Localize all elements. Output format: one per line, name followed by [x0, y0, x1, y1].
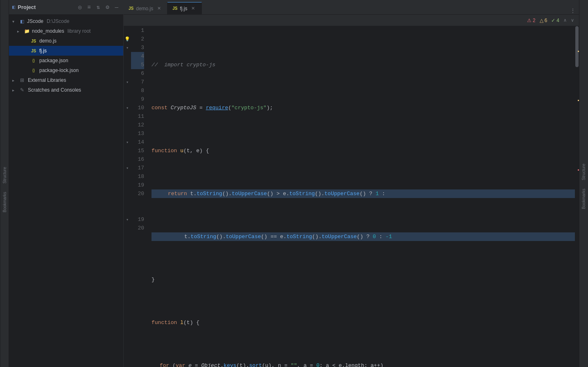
code-token-1: // import crypto-js: [152, 61, 215, 69]
tab-close-fj-js[interactable]: ✕: [190, 5, 197, 12]
linenum-3: 3: [131, 43, 144, 52]
tree-item-package-lock-json[interactable]: {} package-lock.json: [9, 65, 123, 75]
chevron-down-icon[interactable]: ∨: [571, 18, 574, 23]
fold-arrow-10[interactable]: ▾: [126, 106, 129, 110]
tree-item-scratches[interactable]: ✎ Scratches and Consoles: [9, 85, 123, 95]
code-kw-function-3: function: [152, 146, 180, 155]
toolbar-minimize-icon[interactable]: —: [113, 3, 120, 11]
tree-label-package-json: package.json: [39, 58, 68, 63]
code-call-keys: (t).: [236, 361, 249, 367]
linenum-23: 19: [131, 215, 144, 224]
tree-item-package-json[interactable]: {} package.json: [9, 56, 123, 65]
linenum-20b: [131, 198, 144, 207]
code-call-5a: ().: [216, 232, 226, 241]
fold-8: [124, 86, 131, 95]
tree-label-package-lock-json: package-lock.json: [39, 68, 79, 73]
editor-vertical-scrollbar[interactable]: [575, 26, 579, 367]
linenum-12: 12: [131, 121, 144, 129]
code-semi-8: ; a < e.: [319, 361, 345, 367]
toolbar-tree-icon[interactable]: ≡: [86, 3, 92, 11]
fold-14[interactable]: ▾: [124, 138, 131, 146]
warn-info-item[interactable]: ✓ 4: [551, 18, 559, 23]
bookmarks-label[interactable]: Bookmarks: [2, 192, 7, 212]
fold-3[interactable]: ▾: [124, 43, 131, 52]
tab-fj-js[interactable]: JS fj.js ✕: [167, 2, 201, 14]
code-op-eq: =: [196, 104, 206, 112]
toolbar-settings-icon[interactable]: ⚙: [104, 3, 111, 11]
fold-10[interactable]: ▾: [124, 104, 131, 112]
linenum-2: 2: [131, 35, 144, 43]
tab-js-icon-demo: JS: [129, 6, 133, 11]
code-content[interactable]: // import crypto-js const CryptoJS = req…: [147, 26, 575, 367]
tab-more-icon: ⋮: [570, 7, 576, 14]
scrollbar-thumb[interactable]: [575, 26, 579, 67]
bulb-icon[interactable]: 💡: [124, 36, 130, 42]
warn-error-item[interactable]: ⚠ 2: [527, 18, 536, 23]
tree-label-node-modules: node_modules: [32, 28, 64, 34]
code-str-empty: "": [291, 361, 297, 367]
tree-label-external-libraries: External Libraries: [28, 77, 66, 83]
code-call-4b: () > e.: [267, 189, 289, 198]
fold-20c: [124, 207, 131, 215]
code-cryptojs: CryptoJS: [171, 104, 196, 112]
tree-arrow-scratches: [12, 88, 17, 92]
scratches-icon: ✎: [19, 87, 25, 93]
structure-label[interactable]: Structure: [2, 167, 7, 184]
code-editor: 💡 ▾ ▾ ▾: [124, 26, 579, 367]
fold-arrow-3[interactable]: ▾: [126, 45, 129, 50]
bookmarks-right-label[interactable]: Bookmarks: [581, 189, 586, 209]
toolbar-sort-icon[interactable]: ⇅: [95, 3, 102, 11]
tree-item-fj-js[interactable]: JS fj.js: [9, 46, 123, 56]
tree-item-external-libraries[interactable]: ⊞ External Libraries: [9, 75, 123, 85]
tree-sublabel-node-modules: library root: [68, 28, 91, 34]
fold-11: [124, 112, 131, 121]
code-method-tostring-5: toString: [191, 232, 216, 241]
fold-1: [124, 26, 131, 35]
tree-item-node-modules[interactable]: 📁 node_modules library root: [9, 26, 123, 36]
tab-close-demo-js[interactable]: ✕: [156, 5, 162, 12]
fold-arrow-23[interactable]: ▾: [126, 217, 129, 222]
structure-right-label[interactable]: Structure: [581, 164, 586, 180]
fold-19: [124, 181, 131, 189]
fold-17[interactable]: ▾: [124, 164, 131, 172]
linenum-1: 1: [131, 26, 144, 35]
code-call-4c: ().: [315, 189, 324, 198]
toolbar-locate-icon[interactable]: ◎: [77, 3, 83, 11]
code-params-l: (t) {: [183, 318, 199, 327]
right-side-strip: Structure Bookmarks: [579, 0, 588, 367]
main-editor-area: JS demo.js ✕ JS fj.js ✕ ⋮ ⚠ 2: [124, 0, 579, 367]
tab-more-button[interactable]: ⋮: [567, 7, 579, 14]
fold-arrow-17[interactable]: ▾: [126, 166, 129, 171]
tab-demo-js[interactable]: JS demo.js ✕: [124, 2, 167, 14]
code-call-4a: ().: [222, 189, 232, 198]
fold-column: 💡 ▾ ▾ ▾: [124, 26, 131, 232]
linenum-20: 20: [131, 189, 144, 198]
code-call-5b: () == e.: [261, 232, 286, 241]
tree-label-jscode: JScode: [27, 18, 43, 24]
tree-label-demo-js: demo.js: [39, 38, 57, 44]
linenum-13: 13: [131, 129, 144, 138]
sidebar-title[interactable]: Project: [18, 4, 36, 10]
linenum-4: 4: [131, 52, 144, 61]
json-icon-package: {}: [30, 57, 37, 64]
scrollbar-warn-marker-1: [578, 51, 579, 52]
fold-7[interactable]: ▾: [124, 78, 131, 86]
chevron-up-icon[interactable]: ∧: [563, 18, 567, 23]
warn-warning-item[interactable]: △ 6: [540, 18, 547, 23]
fold-23[interactable]: ▾: [124, 215, 131, 224]
code-method-tostring-5b: toString: [287, 232, 312, 241]
linenum-15: 15: [131, 146, 144, 155]
tree-label-scratches: Scratches and Consoles: [28, 87, 81, 93]
code-colon-4: :: [379, 189, 385, 198]
tree-item-demo-js[interactable]: JS demo.js: [9, 36, 123, 46]
sidebar-toolbar: ◧ Project ◎ ≡ ⇅ ⚙ —: [9, 0, 123, 15]
linenum-8: 8: [131, 86, 144, 95]
tab-js-icon-fj: JS: [172, 6, 177, 11]
fold-arrow-7[interactable]: ▾: [126, 80, 129, 85]
code-line-4: return t. toString (). toUpperCase () > …: [152, 189, 575, 198]
code-line-5: t. toString (). toUpperCase () == e. toS…: [152, 232, 575, 241]
fold-arrow-14[interactable]: ▾: [126, 140, 129, 145]
linenum-18: 18: [131, 172, 144, 181]
code-method-sort: sort: [249, 361, 262, 367]
tree-item-jscode[interactable]: ◧ JScode D:\JScode: [9, 16, 123, 26]
